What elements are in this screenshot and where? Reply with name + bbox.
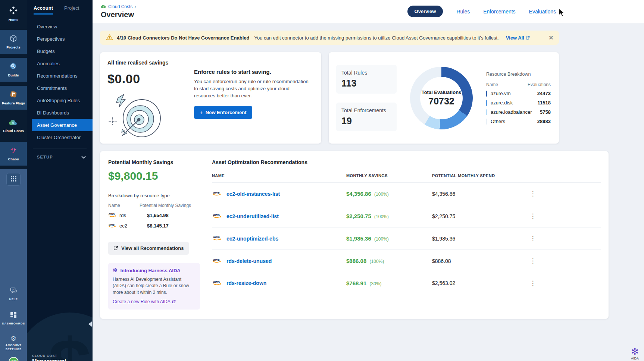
tab-evaluations[interactable]: Evaluations (529, 9, 556, 15)
recommendation-savings-percent: (100%) (368, 259, 384, 264)
page-header: $ Cloud Costs › Overview Overview Rules … (93, 0, 644, 23)
sidebar-item-asset-governance[interactable]: Asset Governance (32, 119, 93, 131)
breakdown-col-evaluations: Evaluations (528, 82, 551, 87)
svg-text:$: $ (12, 121, 14, 125)
total-rules-value: 113 (341, 78, 391, 89)
rail-item-label: Projects (6, 45, 21, 50)
aida-flower-icon: ✻ (113, 267, 118, 273)
sidebar-item-recommendations[interactable]: Recommendations (27, 70, 93, 82)
recommendation-spend: $4,356.86 (432, 191, 525, 197)
rail-item-help[interactable]: ? HELP (9, 287, 18, 301)
resource-evaluations: 24473 (537, 91, 551, 96)
module-grid-button[interactable] (6, 173, 21, 186)
harness-logo-icon (9, 6, 18, 16)
breakdown-rows: azure.vm 24473 azure.disk 11518 azure.lo… (486, 91, 551, 125)
sidebar-collapse-button[interactable] (88, 321, 92, 327)
tab-project[interactable]: Project (64, 5, 79, 15)
resource-breakdown-row: azure.loadbalancer 5758 (486, 109, 551, 115)
sidebar-item-budgets[interactable]: Budgets (27, 45, 93, 57)
row-menu-icon[interactable]: ⋮ (525, 212, 540, 220)
aida-assistant-button[interactable]: ✻ AIDA (631, 347, 639, 360)
rail-item-cloud-costs[interactable]: $ Cloud Costs (0, 114, 27, 138)
aida-create-rule-link[interactable]: Create a new Rule with AIDA (113, 299, 176, 304)
aida-body: Harness AI Development Assistant (AIDA) … (113, 276, 196, 296)
total-enforcements-stat: Total Enforcements 19 (336, 103, 397, 131)
recommendation-name-link[interactable]: rds-resize-down (226, 280, 266, 286)
external-link-icon (526, 36, 530, 40)
recommendation-name-link[interactable]: ec2-old-instances-list (226, 191, 280, 197)
sidebar-item-cluster-orchestrator[interactable]: Cluster Orchestrator (27, 131, 93, 144)
resource-evaluations: 11518 (538, 100, 551, 106)
svg-text:aws: aws (213, 235, 220, 239)
recommendations-table-body: aws ec2-old-instances-list $4,356.86 (10… (212, 182, 601, 294)
feature-flags-icon (9, 90, 18, 100)
setup-section-toggle[interactable]: SETUP (27, 148, 93, 160)
rail-item-dashboards[interactable]: DASHBOARDS (2, 311, 25, 326)
resource-breakdown-row: azure.vm 24473 (486, 91, 551, 97)
breadcrumb[interactable]: $ Cloud Costs › (101, 4, 136, 9)
rail-item-label: Builds (8, 73, 19, 78)
sidebar-item-bi-dashboards[interactable]: BI Dashboards (27, 107, 93, 119)
rail-item-builds[interactable]: Builds (0, 58, 27, 82)
tab-overview[interactable]: Overview (407, 6, 443, 17)
new-enforcement-button[interactable]: + New Enforcement (194, 106, 252, 119)
sidebar-item-anomalies[interactable]: Anomalies (27, 57, 93, 70)
recommendation-spend: $2,563.02 (432, 280, 525, 286)
realised-savings-card: All time realised savings $0.00 (100, 52, 321, 144)
view-all-link[interactable]: View All (506, 35, 530, 41)
sidebar-item-autostopping-rules[interactable]: AutoStopping Rules (27, 94, 93, 107)
builds-icon (9, 62, 18, 72)
resource-type-savings: $8,145.17 (147, 223, 169, 229)
evaluations-donut-chart: Total Evaluations 70732 (410, 67, 473, 129)
recommendation-name-link[interactable]: ec2-underutilized-list (226, 213, 279, 219)
resource-type-name: rds (119, 213, 143, 218)
sidebar-item-overview[interactable]: Overview (27, 21, 93, 33)
rail-item-chaos[interactable]: Chaos (0, 142, 27, 166)
sidebar-item-perspectives[interactable]: Perspectives (27, 33, 93, 45)
module-footer: CLOUD COST Management (32, 354, 66, 361)
app-window: Home Projects Builds Feature Flags $ Clo… (0, 0, 644, 361)
aws-icon: aws (213, 257, 222, 265)
enforce-cta-heading: Enforce rules to start saving. (194, 69, 310, 75)
banner-body: You can edit connector to add the missin… (254, 35, 498, 41)
legend-color-marker (486, 109, 487, 115)
rail-item-label: HELP (9, 298, 18, 301)
rail-item-projects[interactable]: Projects (0, 30, 27, 54)
main-area: $ Cloud Costs › Overview Overview Rules … (93, 0, 644, 361)
sidebar-item-commitments[interactable]: Commitments (27, 82, 93, 94)
row-menu-icon[interactable]: ⋮ (525, 279, 540, 287)
user-avatar[interactable]: AM (9, 357, 19, 361)
sidebar-menu: Overview Perspectives Budgets Anomalies … (27, 21, 93, 144)
recommendation-spend: $2,250.75 (432, 213, 525, 219)
total-rules-label: Total Rules (341, 70, 391, 76)
recommendation-savings-percent: (100%) (373, 192, 389, 197)
view-all-recommendations-button[interactable]: View all Recommendations (108, 242, 189, 255)
recommendation-name-link[interactable]: ec2-unoptimized-ebs (226, 236, 278, 242)
recommendation-spend: $1,985.36 (432, 236, 525, 242)
cloud-costs-icon: $ (9, 119, 18, 128)
rail-item-feature-flags[interactable]: Feature Flags (0, 86, 27, 110)
aida-link-label: Create a new Rule with AIDA (113, 299, 171, 304)
row-menu-icon[interactable]: ⋮ (525, 190, 540, 198)
external-link-icon (172, 300, 176, 304)
donut-center-label: Total Evaluations (422, 90, 462, 95)
chaos-icon (9, 146, 18, 156)
recommendation-row: aws ec2-unoptimized-ebs $1,985.36 (100%)… (212, 227, 601, 249)
tab-enforcements[interactable]: Enforcements (483, 9, 515, 15)
resource-name: azure.vm (491, 91, 510, 96)
aws-icon: aws (108, 212, 117, 219)
row-menu-icon[interactable]: ⋮ (525, 235, 540, 242)
rail-item-home[interactable]: Home (0, 2, 27, 26)
banner-close-icon[interactable]: ✕ (548, 35, 554, 41)
resource-name: azure.loadbalancer (491, 109, 532, 115)
pot-col-savings: Potential Monthly Savings (140, 203, 191, 208)
aws-icon: aws (213, 279, 222, 287)
row-menu-icon[interactable]: ⋮ (525, 257, 540, 265)
rail-item-account-settings[interactable]: ⚙ ACCOUNT SETTINGS (0, 335, 27, 351)
tab-rules[interactable]: Rules (456, 9, 470, 15)
tab-account[interactable]: Account (34, 5, 53, 15)
rail-item-label: Cloud Costs (3, 129, 24, 133)
recommendation-name-link[interactable]: rds-delete-unused (226, 258, 272, 264)
recommendation-row: aws ec2-underutilized-list $2,250.75 (10… (212, 205, 601, 227)
recommendation-savings: $886.08 (346, 258, 366, 264)
